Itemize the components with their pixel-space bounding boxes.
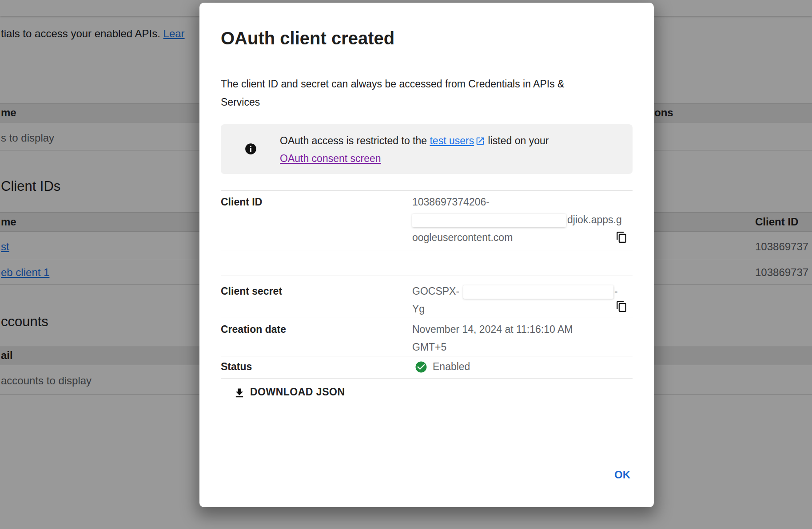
ok-button[interactable]: OK (606, 464, 638, 486)
copy-icon (616, 231, 628, 243)
oauth-client-created-dialog: OAuth client created The client ID and s… (199, 3, 654, 507)
client-id-value-line3: oogleusercontent.com (412, 229, 622, 246)
redacted-text (463, 285, 613, 299)
client-id-label: Client ID (221, 193, 262, 211)
info-icon (245, 143, 257, 155)
external-link-icon (475, 136, 485, 146)
copy-icon (616, 300, 628, 312)
client-secret-value-line1: GOCSPX-- (412, 282, 618, 300)
client-id-value: 1038697374206- djiok.apps.g oogleusercon… (412, 193, 622, 246)
screen: tials to access your enabled APIs. Lear … (0, 0, 812, 529)
client-secret-suffix: - (614, 285, 618, 297)
check-circle-icon (414, 360, 428, 374)
oauth-consent-screen-link[interactable]: OAuth consent screen (280, 153, 381, 164)
dialog-description-line1: The client ID and secret can always be a… (221, 75, 564, 93)
status-badge: Enabled (433, 358, 470, 375)
dialog-description: The client ID and secret can always be a… (221, 75, 564, 111)
notice-text-after: listed on your (485, 135, 549, 146)
notice-line2: OAuth consent screen (280, 150, 549, 167)
creation-date-line2: GMT+5 (412, 338, 573, 356)
download-icon (233, 387, 246, 399)
creation-date-value: November 14, 2024 at 11:16:10 AM GMT+5 (412, 320, 573, 356)
download-json-button[interactable]: DOWNLOAD JSON (225, 382, 554, 407)
client-secret-label: Client secret (221, 282, 282, 300)
redacted-text (412, 214, 566, 227)
creation-date-label: Creation date (221, 320, 286, 338)
client-id-value-line2: djiok.apps.g (412, 211, 622, 229)
download-json-label: DOWNLOAD JSON (250, 386, 345, 398)
creation-date-line1: November 14, 2024 at 11:16:10 AM (412, 320, 573, 338)
copy-client-secret-button[interactable] (613, 297, 630, 315)
copy-client-id-button[interactable] (613, 228, 630, 246)
client-id-value-line1: 1038697374206- (412, 193, 622, 211)
notice-text-before: OAuth access is restricted to the (280, 135, 430, 146)
dialog-description-line2: Services (221, 93, 564, 111)
test-users-link[interactable]: test users (430, 135, 474, 146)
client-secret-prefix: GOCSPX- (412, 285, 459, 297)
client-secret-value-line2: Yg (412, 300, 618, 318)
dialog-title: OAuth client created (221, 28, 394, 49)
client-id-suffix: djiok.apps.g (567, 214, 622, 225)
notice-line1: OAuth access is restricted to the test u… (280, 132, 549, 150)
client-secret-value: GOCSPX-- Yg (412, 282, 618, 318)
status-label: Status (221, 358, 252, 375)
notice-text: OAuth access is restricted to the test u… (280, 132, 549, 167)
restricted-access-notice: OAuth access is restricted to the test u… (221, 124, 633, 174)
